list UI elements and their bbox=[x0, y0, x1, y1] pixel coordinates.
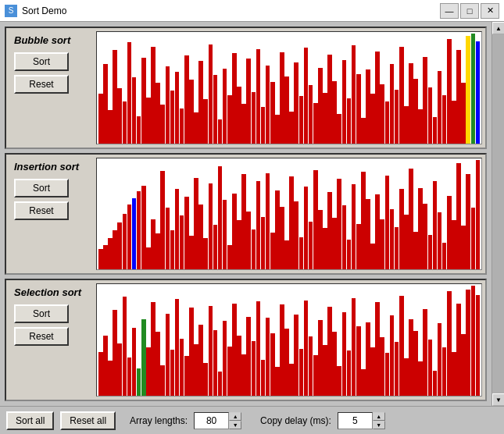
app-icon: S bbox=[5, 5, 17, 17]
bar bbox=[232, 53, 237, 143]
bar bbox=[203, 363, 208, 396]
bar bbox=[127, 358, 132, 396]
chart-canvas-insertion bbox=[97, 158, 481, 270]
array-lengths-label: Array lengths: bbox=[130, 415, 188, 426]
maximize-button[interactable]: □ bbox=[460, 3, 479, 19]
bar bbox=[342, 312, 347, 396]
bar bbox=[270, 233, 275, 269]
bar bbox=[213, 330, 218, 396]
bar bbox=[409, 63, 413, 144]
bar bbox=[280, 207, 284, 269]
bar bbox=[309, 85, 313, 144]
reset-button-bubble[interactable]: Reset bbox=[14, 75, 69, 94]
close-button[interactable]: ✕ bbox=[481, 3, 499, 19]
minimize-button[interactable]: — bbox=[440, 3, 459, 19]
reset-button-selection[interactable]: Reset bbox=[14, 327, 69, 346]
bar bbox=[98, 352, 103, 396]
sort-panel-selection: Selection sortSortReset bbox=[5, 279, 487, 401]
bar bbox=[223, 200, 227, 269]
bar bbox=[390, 209, 395, 270]
bar bbox=[461, 334, 466, 396]
bar bbox=[117, 222, 122, 269]
bar bbox=[433, 371, 438, 396]
bar bbox=[218, 166, 223, 269]
copy-delay-spinner[interactable]: ▲ ▼ bbox=[338, 412, 385, 429]
bar bbox=[385, 353, 390, 396]
sort-panel-insertion: Insertion sortSortReset bbox=[5, 153, 487, 276]
bar bbox=[313, 355, 318, 396]
panel-title-selection: Selection sort bbox=[14, 286, 88, 298]
array-lengths-up-button[interactable]: ▲ bbox=[229, 412, 241, 421]
bar bbox=[466, 36, 470, 144]
bar bbox=[98, 94, 103, 143]
bar bbox=[137, 116, 141, 144]
bar bbox=[385, 176, 390, 270]
sort-button-selection[interactable]: Sort bbox=[14, 304, 69, 323]
bar bbox=[289, 176, 294, 269]
bar bbox=[194, 112, 198, 143]
bar bbox=[108, 361, 113, 396]
copy-delay-up-button[interactable]: ▲ bbox=[373, 412, 385, 421]
bar bbox=[227, 347, 232, 396]
bar bbox=[209, 306, 213, 396]
bar bbox=[299, 237, 304, 270]
bar bbox=[323, 93, 327, 144]
bar bbox=[184, 197, 189, 269]
array-lengths-spinner[interactable]: ▲ ▼ bbox=[194, 412, 241, 429]
sort-button-bubble[interactable]: Sort bbox=[14, 52, 69, 71]
bar bbox=[428, 235, 433, 269]
panel-controls-selection: Selection sortSortReset bbox=[6, 280, 96, 400]
sort-button-insertion[interactable]: Sort bbox=[14, 179, 69, 197]
bar bbox=[332, 81, 337, 144]
bar bbox=[380, 219, 384, 270]
bar bbox=[375, 302, 380, 396]
copy-delay-label: Copy delay (ms): bbox=[260, 415, 331, 426]
bar bbox=[256, 181, 261, 269]
bar bbox=[476, 41, 481, 144]
bar bbox=[151, 302, 155, 396]
reset-all-button[interactable]: Reset all bbox=[60, 411, 116, 430]
bar bbox=[261, 360, 266, 396]
bar bbox=[189, 236, 194, 269]
bar bbox=[132, 198, 137, 270]
bar bbox=[423, 57, 427, 144]
scroll-down-button[interactable]: ▼ bbox=[492, 393, 504, 406]
bar bbox=[256, 301, 261, 396]
reset-button-insertion[interactable]: Reset bbox=[14, 201, 69, 220]
copy-delay-input[interactable] bbox=[338, 412, 373, 429]
bar bbox=[246, 59, 251, 143]
bar bbox=[361, 172, 366, 269]
title-bar: S Sort Demo — □ ✕ bbox=[0, 0, 504, 22]
bar bbox=[103, 245, 108, 270]
bar bbox=[284, 240, 289, 269]
sort-all-button[interactable]: Sort all bbox=[6, 411, 54, 430]
bar bbox=[198, 61, 203, 144]
bar bbox=[428, 87, 433, 144]
bar bbox=[352, 184, 356, 269]
bar bbox=[366, 199, 370, 269]
bar bbox=[294, 62, 298, 144]
bar bbox=[175, 299, 180, 396]
bar bbox=[108, 110, 113, 143]
bar bbox=[203, 99, 208, 143]
sort-panel-bubble: Bubble sortSortReset bbox=[5, 27, 487, 149]
bar bbox=[361, 369, 366, 396]
copy-delay-down-button[interactable]: ▼ bbox=[373, 421, 385, 429]
scrollbar[interactable]: ▲ ▼ bbox=[491, 22, 504, 406]
bar bbox=[466, 174, 470, 269]
array-lengths-input[interactable] bbox=[194, 412, 229, 429]
bar bbox=[466, 290, 470, 396]
bar bbox=[413, 232, 418, 270]
copy-delay-spinner-buttons: ▲ ▼ bbox=[373, 412, 385, 429]
bar bbox=[266, 318, 270, 396]
bar bbox=[313, 170, 318, 270]
bar bbox=[347, 240, 352, 270]
array-lengths-down-button[interactable]: ▼ bbox=[229, 421, 241, 429]
bar bbox=[366, 322, 370, 396]
bar bbox=[304, 48, 309, 143]
bar bbox=[413, 79, 418, 144]
bar bbox=[452, 220, 456, 269]
scroll-up-button[interactable]: ▲ bbox=[492, 22, 504, 34]
bar bbox=[428, 340, 433, 396]
chart-area-selection bbox=[96, 283, 482, 397]
